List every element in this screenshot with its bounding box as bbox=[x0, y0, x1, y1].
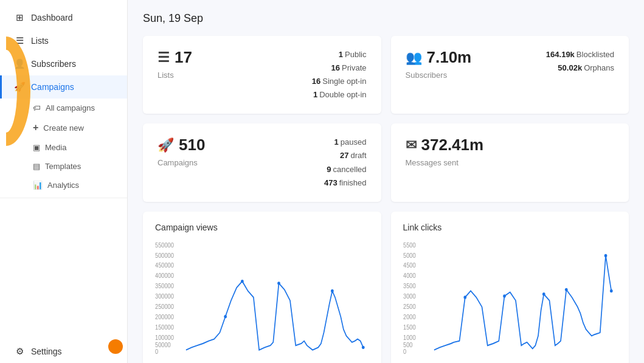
main-content: Sun, 19 Sep ☰ 17 Lists 1Public 16Private… bbox=[128, 0, 644, 363]
y-label: 1500 bbox=[403, 323, 416, 331]
views-chart-title: Campaign views bbox=[155, 223, 369, 232]
lists-details: 1Public 16Private 16Single opt-in 1Doubl… bbox=[312, 48, 367, 102]
sidebar-item-media[interactable]: ▣ Media bbox=[27, 138, 127, 157]
y-label: 0 bbox=[403, 348, 407, 355]
sidebar-item-label: Campaigns bbox=[31, 82, 74, 92]
chart-card-views: Campaign views 550000 500000 450000 4000… bbox=[143, 212, 381, 363]
orange-dot bbox=[108, 339, 123, 354]
subscribers-number: 👥 7.10m bbox=[406, 48, 472, 67]
sidebar: ⊞ Dashboard ☰ Lists 👤 Subscribers 🚀 Camp… bbox=[0, 0, 128, 363]
data-point bbox=[331, 289, 334, 292]
clicks-chart-svg: 5500 5000 4500 4000 3500 3000 2500 2000 … bbox=[403, 240, 617, 355]
y-label: 550000 bbox=[155, 241, 174, 249]
clicks-line bbox=[434, 255, 611, 350]
messages-number: ✉ 372.41m bbox=[406, 136, 484, 154]
messages-card-icon: ✉ bbox=[406, 137, 417, 153]
y-label: 3000 bbox=[403, 292, 416, 300]
stat-card-lists: ☰ 17 Lists 1Public 16Private 16Single op… bbox=[143, 36, 381, 114]
sidebar-divider bbox=[0, 198, 127, 198]
clicks-chart-container: 5500 5000 4500 4000 3500 3000 2500 2000 … bbox=[403, 240, 617, 355]
sidebar-item-dashboard[interactable]: ⊞ Dashboard bbox=[0, 6, 127, 29]
y-label: 100000 bbox=[155, 334, 174, 341]
data-point bbox=[564, 288, 567, 291]
campaigns-card-icon: 🚀 bbox=[158, 137, 174, 153]
all-campaigns-icon: 🏷 bbox=[33, 103, 41, 112]
data-point bbox=[224, 315, 227, 318]
views-chart-svg: 550000 500000 450000 400000 350000 30000… bbox=[155, 240, 369, 355]
campaigns-label: Campaigns bbox=[158, 158, 205, 167]
y-label: 450000 bbox=[155, 262, 174, 269]
data-point bbox=[503, 294, 506, 297]
page-title: Sun, 19 Sep bbox=[143, 12, 629, 25]
sub-item-label: Media bbox=[45, 143, 66, 152]
lists-card-icon: ☰ bbox=[158, 50, 170, 66]
sub-item-label: Create new bbox=[43, 123, 83, 133]
y-label: 400000 bbox=[155, 272, 174, 280]
sub-item-label: Templates bbox=[45, 162, 81, 171]
clicks-chart-title: Link clicks bbox=[403, 223, 617, 232]
templates-icon: ▤ bbox=[33, 162, 40, 171]
analytics-icon: 📊 bbox=[33, 181, 43, 190]
lists-number: ☰ 17 bbox=[158, 48, 192, 67]
subscribers-card-icon: 👥 bbox=[406, 50, 422, 66]
media-icon: ▣ bbox=[33, 143, 40, 152]
y-label: 500000 bbox=[155, 252, 174, 259]
stat-card-subscribers: 👥 7.10m Subscribers 164.19kBlocklisted 5… bbox=[391, 36, 629, 114]
subscribers-label: Subscribers bbox=[406, 71, 472, 80]
data-point bbox=[542, 292, 545, 296]
y-label: 0 bbox=[155, 348, 159, 355]
y-label: 1000 bbox=[403, 334, 416, 341]
settings-icon: ⚙ bbox=[14, 346, 25, 357]
sidebar-item-label: Settings bbox=[31, 347, 62, 356]
y-label: 200000 bbox=[155, 313, 174, 320]
stat-card-campaigns: 🚀 510 Campaigns 1paused 27draft 9cancell… bbox=[143, 123, 381, 201]
sidebar-item-analytics[interactable]: 📊 Analytics bbox=[27, 176, 127, 195]
sub-item-label: Analytics bbox=[47, 181, 79, 190]
sub-item-label: All campaigns bbox=[46, 103, 95, 112]
stat-card-messages: ✉ 372.41m Messages sent bbox=[391, 123, 629, 201]
y-label: 3500 bbox=[403, 282, 416, 289]
data-point bbox=[609, 289, 612, 292]
y-label: 5000 bbox=[403, 252, 416, 259]
data-point bbox=[604, 254, 607, 257]
create-new-icon: + bbox=[33, 122, 38, 133]
y-label: 350000 bbox=[155, 282, 174, 289]
messages-label: Messages sent bbox=[406, 158, 484, 167]
sidebar-item-label: Lists bbox=[31, 36, 49, 46]
data-point bbox=[362, 345, 365, 348]
y-label: 2500 bbox=[403, 303, 416, 310]
sidebar-item-all-campaigns[interactable]: 🏷 All campaigns bbox=[27, 99, 127, 117]
y-label: 150000 bbox=[155, 323, 174, 331]
data-point bbox=[463, 296, 466, 299]
charts-row: Campaign views 550000 500000 450000 4000… bbox=[143, 212, 629, 363]
sidebar-item-templates[interactable]: ▤ Templates bbox=[27, 157, 127, 176]
stats-row-2: 🚀 510 Campaigns 1paused 27draft 9cancell… bbox=[143, 123, 629, 201]
views-line bbox=[186, 281, 363, 350]
stats-row-1: ☰ 17 Lists 1Public 16Private 16Single op… bbox=[143, 36, 629, 114]
y-label: 300000 bbox=[155, 292, 174, 300]
dashboard-icon: ⊞ bbox=[14, 12, 25, 23]
views-chart-container: 550000 500000 450000 400000 350000 30000… bbox=[155, 240, 369, 355]
data-point bbox=[277, 282, 280, 285]
y-label: 5500 bbox=[403, 241, 416, 249]
data-point bbox=[241, 280, 244, 283]
y-label: 4000 bbox=[403, 272, 416, 280]
campaigns-number: 🚀 510 bbox=[158, 136, 205, 154]
sidebar-item-label: Subscribers bbox=[31, 59, 76, 69]
y-label: 4500 bbox=[403, 262, 416, 269]
y-label: 2000 bbox=[403, 313, 416, 320]
campaigns-details: 1paused 27draft 9cancelled 473finished bbox=[324, 136, 367, 189]
sidebar-item-create-new[interactable]: + Create new bbox=[27, 117, 127, 138]
sidebar-item-settings[interactable]: ⚙ Settings bbox=[0, 340, 127, 363]
chart-card-clicks: Link clicks 5500 5000 4500 4000 3500 300… bbox=[391, 212, 629, 363]
lists-label: Lists bbox=[158, 71, 192, 80]
y-label: 250000 bbox=[155, 303, 174, 310]
subscribers-details: 164.19kBlocklisted 50.02kOrphans bbox=[546, 48, 614, 75]
sidebar-item-label: Dashboard bbox=[31, 13, 73, 22]
